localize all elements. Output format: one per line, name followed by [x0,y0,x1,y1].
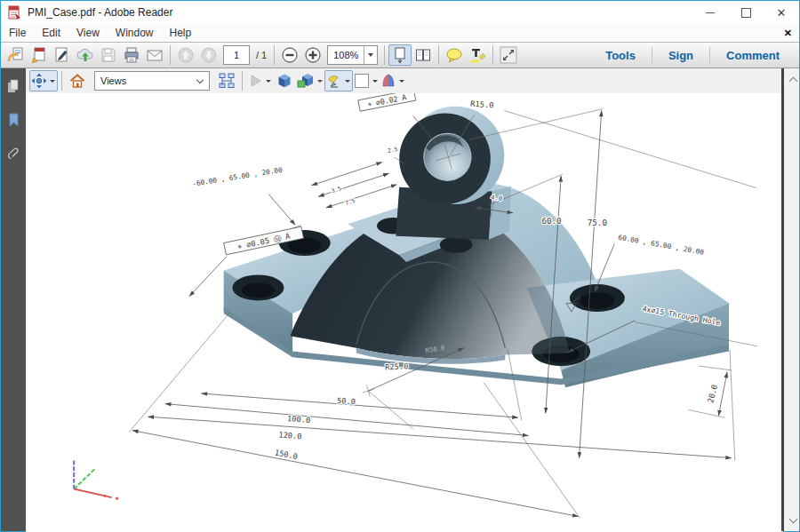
menu-window[interactable]: Window [108,27,162,39]
menu-file[interactable]: File [1,27,34,39]
menu-edit[interactable]: Edit [34,27,68,39]
toolbar-separator [384,45,385,65]
bookmarks-icon [5,112,21,128]
maximize-icon [741,8,751,18]
dim-7-5: 7.5 [344,197,356,206]
render-mode-button[interactable] [296,70,324,91]
toolbar-separator [438,45,439,65]
chevron-down-icon [372,80,378,83]
toolbar-separator [274,45,275,65]
page-up-icon [177,46,195,64]
minimize-icon [706,12,715,13]
background-color-button[interactable] [353,70,380,91]
menu-view[interactable]: View [68,27,108,39]
save-button[interactable] [97,44,120,66]
chevron-down-icon [50,80,55,83]
open-button[interactable] [4,44,28,66]
maximize-button[interactable] [728,1,764,24]
chevron-up-icon [788,76,797,85]
cross-section-icon [380,72,397,90]
views-dropdown[interactable]: Views [94,71,210,91]
chevron-down-icon [345,80,350,83]
dim-20: 20.0 [706,384,719,404]
email-button[interactable] [143,44,166,66]
dim-150: 150.0 [274,448,299,461]
create-pdf-icon [30,46,48,64]
previous-page-button[interactable] [174,44,197,66]
cross-section-button[interactable] [380,70,406,91]
dim-50: 50.0 [337,396,356,407]
vertical-scrollbar[interactable] [781,68,799,531]
lighting-icon [325,72,343,90]
chevron-down-icon [196,75,204,83]
window-title: PMI_Case.pdf - Adobe Reader [28,6,172,19]
panel-links: Tools Sign Comment [589,43,796,67]
document-page: 50.0 100.0 120.0 150.0 60.0 75.0 20.0 R1… [26,93,783,532]
two-page-icon [414,46,432,64]
save-icon [100,46,117,64]
cloud-upload-button[interactable] [74,44,97,66]
close-document-icon[interactable]: ✕ [784,28,792,39]
lighting-button[interactable] [324,70,353,91]
minimize-button[interactable] [692,1,728,24]
3d-model-canvas[interactable]: 50.0 100.0 120.0 150.0 60.0 75.0 20.0 R1… [26,93,783,532]
sign-document-button[interactable] [51,44,74,66]
two-page-view-button[interactable] [412,44,435,66]
rotate-3d-icon [30,72,48,90]
views-dropdown-value: Views [95,75,197,86]
home-icon [68,72,86,90]
scroll-up-button[interactable] [787,72,799,86]
scroll-down-button[interactable] [787,513,799,528]
scroll-mode-button[interactable] [388,44,412,66]
dim-120: 120.0 [278,430,302,441]
3d-toolbar: Views [26,68,783,93]
dim-60: 60.0 [541,216,561,226]
fullscreen-button[interactable] [497,44,520,66]
zoom-level-value: 108% [328,50,364,60]
create-pdf-button[interactable] [28,44,51,66]
next-page-button[interactable] [197,44,220,66]
axis-triad [74,460,118,500]
chevron-down-icon [399,80,404,83]
print-button[interactable] [120,44,143,66]
render-mode-icon [296,72,316,90]
chevron-down-icon [368,53,373,57]
dim-3-5: 3.5 [331,185,342,194]
menu-help[interactable]: Help [162,27,200,39]
toolbar-separator [61,71,62,91]
title-bar: PMI_Case.pdf - Adobe Reader ✕ [1,1,799,24]
play-icon [246,72,264,90]
page-thumbnails-button[interactable] [4,77,22,95]
dim-100: 100.0 [287,414,311,425]
page-thumbnails-icon [5,78,21,94]
zoom-out-button[interactable] [278,44,301,66]
page-down-icon [200,46,218,64]
dim-2-5: 2.5 [388,146,399,154]
rotate-3d-button[interactable] [29,70,58,91]
highlight-text-button[interactable] [466,44,489,66]
close-button[interactable]: ✕ [764,1,799,24]
bookmarks-button[interactable] [4,111,22,129]
fcf-top: ⌖ ⌀0.02 A [358,93,416,111]
model-tree-button[interactable] [215,70,238,91]
comment-panel-button[interactable]: Comment [710,49,796,62]
coord-right-label: 60.00 , 65.00 , 20.00 [618,234,705,257]
home-view-button[interactable] [66,70,89,91]
sign-panel-button[interactable]: Sign [652,49,709,62]
zoom-out-icon [281,46,299,64]
comment-bubble-icon [445,46,463,64]
zoom-in-button[interactable] [301,44,324,66]
close-icon: ✕ [777,6,787,20]
page-number-input[interactable] [223,45,250,65]
tools-panel-button[interactable]: Tools [589,49,652,62]
play-animation-button[interactable] [246,70,273,91]
attachments-button[interactable] [4,145,22,163]
email-icon [146,46,164,64]
attachments-icon [5,146,21,162]
default-view-button[interactable] [273,70,296,91]
dim-r15: R15.0 [470,99,494,110]
navigation-sidebar [1,68,26,531]
zoom-level-select[interactable]: 108% [327,45,378,65]
add-comment-button[interactable] [443,44,466,66]
toolbar-separator [242,71,243,91]
